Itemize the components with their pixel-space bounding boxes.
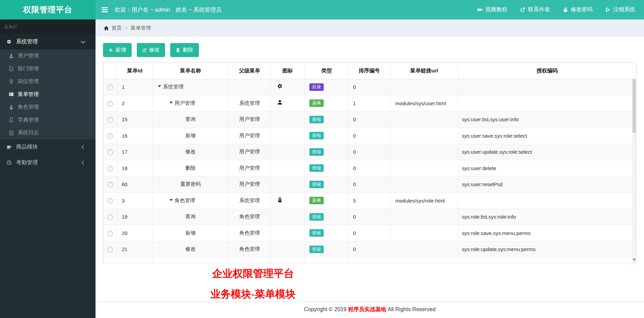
topbar-link-unlock[interactable]: 修改密码: [563, 6, 592, 13]
cell-menu-id: 1: [117, 79, 153, 95]
cup-icon: [5, 144, 12, 150]
row-select-radio[interactable]: [107, 182, 113, 188]
sidebar-group-考勤管理[interactable]: 考勤管理: [0, 155, 96, 171]
cell-sort-number: 0: [349, 79, 390, 95]
table-row[interactable]: 19查询角色管理按钮0sys:role:list,sys:role:info: [104, 209, 636, 225]
row-select-radio[interactable]: [107, 117, 113, 123]
sidebar-item-角色管理[interactable]: 角色管理: [0, 101, 96, 114]
sidebar-item-label: 系统日志: [18, 129, 39, 136]
row-select-radio[interactable]: [107, 247, 113, 252]
header-icon: 图标: [271, 63, 305, 79]
banner-line1: 企业权限管理平台: [103, 267, 403, 281]
sidebar-group-商品模块[interactable]: 商品模块: [0, 139, 96, 155]
edit-button-label: 修改: [149, 46, 160, 54]
row-select-radio[interactable]: [107, 166, 113, 171]
type-badge: 菜单: [309, 99, 324, 107]
row-select-radio[interactable]: [107, 198, 113, 204]
sidebar-item-部门管理[interactable]: 部门管理: [0, 63, 96, 75]
cell-menu-name: 查询: [153, 209, 229, 225]
tree-collapse-icon[interactable]: [158, 84, 161, 88]
table-row[interactable]: 1系统管理目录0: [104, 79, 636, 95]
cell-auth-code: sys:role:list,sys:role:info: [458, 209, 636, 225]
sidebar-item-菜单管理[interactable]: 菜单管理: [0, 88, 96, 101]
app-logo[interactable]: 权限管理平台: [0, 0, 96, 19]
cell-auth-code: sys:user:save,sys:role:select: [458, 128, 636, 144]
row-select-radio[interactable]: [107, 214, 113, 220]
sidebar-group-系统管理[interactable]: 系统管理: [0, 34, 96, 50]
app-title: 权限管理平台: [23, 4, 72, 15]
cell-menu-id: 15: [117, 111, 153, 128]
user-secret-icon: [277, 197, 283, 203]
add-button[interactable]: 新增: [103, 43, 132, 57]
table-row[interactable]: 21修改角色管理按钮0sys:role:update,sys:menu:perm…: [104, 241, 636, 258]
cell-icon: [271, 95, 305, 112]
cell-auth-code: sys:role:save,sys:menu:perms: [458, 225, 636, 241]
cell-sort-number: 0: [349, 241, 390, 258]
cell-menu-id: 20: [117, 225, 153, 241]
topbar-link-logout[interactable]: 注销系统: [605, 6, 635, 13]
cell-icon: [271, 209, 305, 225]
clock-icon: [5, 160, 12, 165]
cell-menu-url: [390, 160, 458, 177]
cell-menu-name: 新增: [153, 128, 229, 144]
unlock-icon: [563, 7, 568, 12]
tree-collapse-icon[interactable]: [169, 101, 173, 105]
row-select-radio[interactable]: [107, 101, 113, 107]
table-row[interactable]: 60重置密码用户管理按钮0sys:user:resetPsd: [104, 176, 636, 193]
table-row-clipped: [104, 258, 636, 263]
table-row[interactable]: 18删除用户管理按钮0sys:user:delete: [104, 160, 636, 177]
sidebar-item-字典管理[interactable]: 字典管理: [0, 114, 96, 127]
cell-menu-url: [390, 209, 458, 225]
cell-menu-id: 17: [117, 144, 153, 160]
breadcrumb-home-link[interactable]: 首页: [104, 25, 122, 31]
scrollbar-thumb[interactable]: [632, 79, 636, 133]
topbar-link-video[interactable]: 视频教程: [478, 6, 507, 13]
sidebar-item-岗位管理[interactable]: 岗位管理: [0, 75, 96, 88]
sidebar-section-label: 菜单栏: [0, 19, 96, 34]
external-link-icon: [520, 7, 525, 12]
cell-parent-menu: [229, 79, 271, 95]
table-row[interactable]: 15查询用户管理按钮0sys:user:list,sys:user:info: [104, 111, 636, 128]
row-select-radio[interactable]: [107, 84, 113, 90]
type-badge: 按钮: [309, 181, 324, 188]
cell-parent-menu: 用户管理: [229, 111, 271, 128]
menu-name-text: 查询: [186, 116, 196, 123]
sidebar-group-label: 系统管理: [16, 38, 79, 45]
table-row[interactable]: 3角色管理系统管理菜单5modules/sys/role.html: [104, 193, 636, 209]
scrollbar-down-arrow[interactable]: [632, 258, 636, 262]
table-row[interactable]: 16新增用户管理按钮0sys:user:save,sys:role:select: [104, 128, 636, 144]
toolbar: 新增 修改 删除: [103, 37, 636, 62]
table-scrollbar[interactable]: [632, 79, 636, 263]
menu-name-text: 修改: [186, 246, 196, 252]
hamburger-icon[interactable]: [96, 6, 115, 14]
menu-name-text: 新增: [186, 133, 196, 139]
type-badge: 按钮: [309, 213, 324, 221]
table-row[interactable]: 20新增角色管理按钮0sys:role:save,sys:menu:perms: [104, 225, 636, 241]
header-url: 菜单链接url: [390, 63, 458, 79]
cell-type: 按钮: [305, 225, 349, 241]
sidebar-item-系统日志[interactable]: 系统日志: [0, 126, 96, 139]
sidebar-item-label: 菜单管理: [18, 91, 39, 98]
row-select-radio[interactable]: [107, 149, 113, 155]
sidebar-item-用户管理[interactable]: 用户管理: [0, 50, 96, 63]
sidebar-item-label: 用户管理: [18, 52, 39, 59]
type-badge: 按钮: [309, 246, 324, 253]
delete-button[interactable]: 删除: [170, 43, 199, 57]
cell-sort-number: 1: [349, 95, 390, 112]
edit-button[interactable]: 修改: [137, 43, 165, 57]
row-select-radio[interactable]: [107, 231, 113, 236]
topbar-link-label: 联系作者: [528, 6, 550, 13]
bookmark-icon: [8, 117, 14, 122]
tree-collapse-icon[interactable]: [169, 198, 173, 202]
row-select-radio[interactable]: [107, 133, 113, 139]
breadcrumb-home-label: 首页: [112, 25, 122, 31]
cell-icon: [271, 225, 305, 241]
type-badge: 菜单: [309, 197, 324, 204]
table-row[interactable]: 17修改用户管理按钮0sys:user:update,sys:role:sele…: [104, 144, 636, 160]
page-content: 新增 修改 删除: [96, 37, 644, 302]
cell-sort-number: 5: [349, 193, 390, 209]
cell-menu-name: 删除: [153, 160, 229, 177]
table-row[interactable]: 2用户管理系统管理菜单1modules/sys/user.html: [104, 95, 636, 112]
type-badge: 按钮: [309, 148, 324, 156]
topbar-link-external-link[interactable]: 联系作者: [520, 6, 550, 13]
